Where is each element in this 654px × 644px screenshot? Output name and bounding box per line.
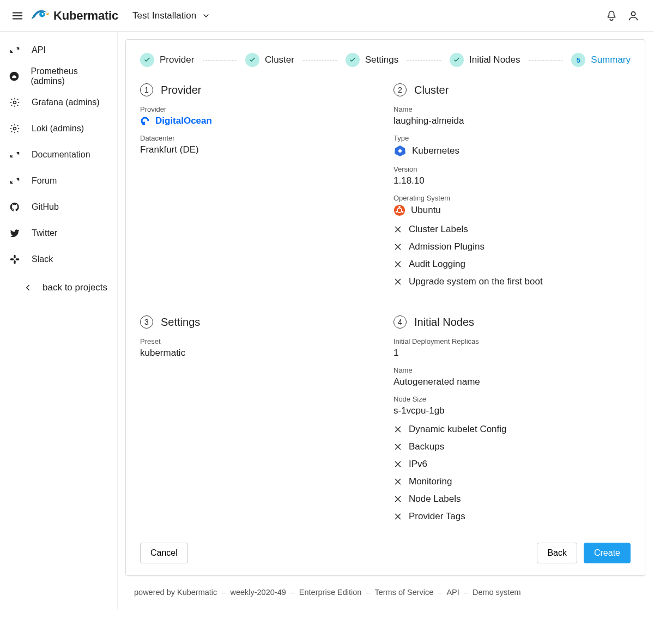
step[interactable]: 5Summary [571, 53, 631, 67]
cluster-name: laughing-almeida [393, 116, 464, 126]
feature-label: Audit Logging [409, 259, 465, 270]
feature-label: Node Labels [409, 494, 461, 505]
brand-logo[interactable]: Kubermatic [31, 8, 118, 23]
loki-icon [9, 123, 21, 135]
step-label: Settings [365, 54, 398, 65]
x-icon [393, 477, 402, 486]
expand-icon [9, 44, 21, 56]
x-icon [393, 442, 402, 451]
cluster-type: Kubernetes [412, 145, 459, 156]
step-number: 5 [571, 53, 585, 67]
create-button[interactable]: Create [584, 543, 631, 563]
x-icon [393, 225, 402, 234]
bell-icon [605, 10, 617, 22]
step-label: Initial Nodes [469, 54, 520, 65]
installation-selector[interactable]: Test Installation [132, 10, 210, 21]
replicas-value: 1 [393, 348, 398, 359]
step-connector [407, 60, 441, 60]
field-label: Provider [140, 105, 377, 113]
disabled-feature-row: Dynamic kubelet Config [393, 424, 631, 435]
x-icon [393, 460, 402, 469]
step-label: Provider [160, 54, 194, 65]
github-icon [9, 201, 21, 213]
sidebar-item[interactable]: Twitter [0, 220, 117, 246]
step[interactable]: Provider [140, 53, 194, 67]
sidebar-item[interactable]: Slack [0, 246, 117, 272]
back-to-projects[interactable]: back to projects [0, 275, 117, 301]
step-check-icon [450, 53, 464, 67]
account-button[interactable] [622, 5, 644, 27]
stepper: ProviderClusterSettingsInitial Nodes5Sum… [140, 53, 631, 67]
step-connector [203, 60, 237, 60]
disabled-feature-row: Cluster Labels [393, 224, 631, 235]
prometheus-icon [9, 70, 20, 82]
field-label: Operating System [393, 194, 631, 202]
field-label: Preset [140, 337, 377, 345]
step-label: Summary [591, 54, 631, 65]
footer-build[interactable]: weekly-2020-49 [230, 588, 286, 597]
sidebar-item-label: Prometheus (admins) [31, 66, 109, 86]
expand-icon [9, 175, 21, 187]
expand-icon [9, 149, 21, 161]
sidebar-item[interactable]: Prometheus (admins) [0, 63, 117, 89]
topbar: Kubermatic Test Installation [0, 0, 654, 32]
x-icon [393, 425, 402, 434]
feature-label: Monitoring [409, 476, 452, 487]
feature-label: IPv6 [409, 459, 427, 470]
sidebar-item[interactable]: GitHub [0, 194, 117, 220]
svg-point-17 [41, 13, 43, 14]
feature-label: Backups [409, 441, 444, 452]
wizard-actions: Cancel Back Create [140, 543, 631, 563]
summary-cluster: 2 Cluster Name laughing-almeida Type Kub… [393, 83, 631, 294]
sidebar-item[interactable]: Grafana (admins) [0, 89, 117, 116]
slack-icon [9, 253, 21, 265]
footer-demo[interactable]: Demo system [473, 588, 521, 597]
field-label: Type [393, 134, 631, 142]
footer-api[interactable]: API [446, 588, 459, 597]
node-name: Autogenerated name [393, 376, 480, 387]
field-label: Initial Deployment Replicas [393, 337, 631, 345]
footer-tos[interactable]: Terms of Service [374, 588, 433, 597]
x-icon [393, 260, 402, 269]
section-title: Cluster [414, 84, 449, 96]
sidebar-item[interactable]: Loki (admins) [0, 116, 117, 142]
step-check-icon [346, 53, 360, 67]
menu-button[interactable] [7, 5, 28, 27]
sidebar-item-label: Loki (admins) [32, 124, 84, 133]
feature-label: Dynamic kubelet Config [409, 424, 507, 435]
cancel-button[interactable]: Cancel [140, 543, 188, 563]
step[interactable]: Initial Nodes [450, 53, 520, 67]
back-button[interactable]: Back [537, 543, 577, 563]
step-connector [529, 60, 563, 60]
node-size: s-1vcpu-1gb [393, 405, 445, 416]
step[interactable]: Cluster [245, 53, 294, 67]
sidebar-item[interactable]: Documentation [0, 142, 117, 168]
sidebar-item[interactable]: Forum [0, 168, 117, 194]
section-number: 4 [393, 315, 407, 329]
sidebar-item[interactable]: API [0, 37, 117, 63]
sidebar: APIPrometheus (admins)Grafana (admins)Lo… [0, 32, 118, 609]
summary-provider: 1 Provider Provider DigitalOcean Datacen… [140, 83, 377, 294]
field-label: Node Size [393, 395, 631, 403]
grafana-icon [9, 96, 21, 108]
sidebar-item-label: Twitter [32, 228, 57, 238]
wizard-card: ProviderClusterSettingsInitial Nodes5Sum… [125, 39, 645, 576]
sidebar-item-label: Documentation [32, 150, 90, 160]
section-title: Provider [161, 84, 201, 96]
disabled-feature-row: Node Labels [393, 494, 631, 505]
disabled-feature-row: Monitoring [393, 476, 631, 487]
sidebar-item-label: GitHub [32, 202, 59, 212]
notifications-button[interactable] [601, 5, 622, 27]
disabled-feature-row: Upgrade system on the first boot [393, 276, 631, 287]
kubermatic-icon [31, 8, 49, 23]
sidebar-item-label: Forum [32, 176, 57, 186]
cluster-version: 1.18.10 [393, 175, 425, 186]
footer-powered[interactable]: powered by Kubermatic [134, 588, 217, 597]
sidebar-item-label: Slack [32, 254, 53, 264]
x-icon [393, 242, 402, 251]
kubernetes-icon [393, 144, 407, 157]
field-label: Name [393, 105, 631, 113]
footer-edition[interactable]: Enterprise Edition [299, 588, 361, 597]
step[interactable]: Settings [346, 53, 398, 67]
installation-label: Test Installation [132, 10, 196, 21]
